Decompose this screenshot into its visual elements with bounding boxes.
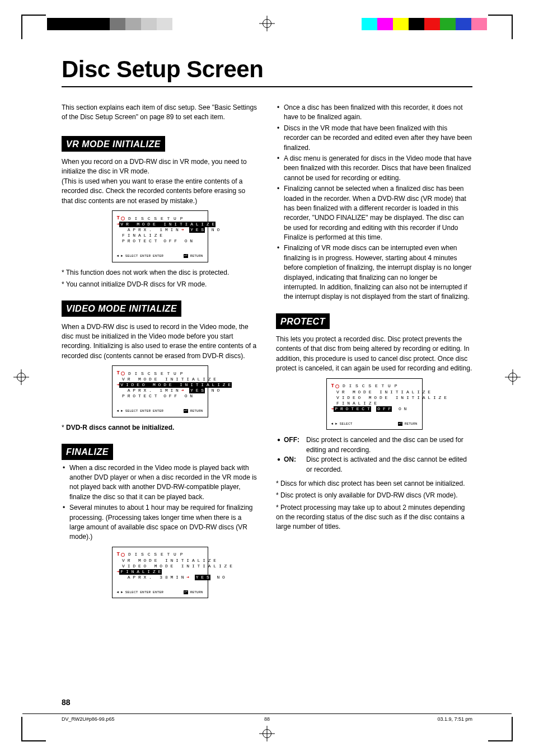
definition-item: ON:Disc protect is activated and the dis…: [276, 455, 472, 475]
protect-note-2: * Disc protect is only available for DVD…: [276, 491, 472, 500]
vr-note-2: * You cannot initialize DVD-R discs for …: [62, 280, 258, 289]
list-item: Once a disc has been finalized with this…: [276, 103, 472, 123]
manual-page: Disc Setup Screen This section explains …: [0, 0, 534, 756]
vr-body: When you record on a DVD-RW disc in VR m…: [62, 157, 258, 206]
color-bars-right: [362, 18, 487, 30]
list-item: A disc menu is generated for discs in th…: [276, 154, 472, 183]
video-body: When a DVD-RW disc is used to record in …: [62, 322, 258, 361]
section-heading-finalize: FINALIZE: [62, 444, 113, 459]
osd-video: T D I S C S E T U P V R M O D E I N I T …: [112, 365, 208, 417]
footer-page: 88: [264, 716, 270, 722]
imprint-footer: DV_RW2U#p86-99.p65 88 03.1.9, 7:51 pm: [22, 713, 512, 728]
list-item: Finalizing of VR mode discs can be inter…: [276, 243, 472, 302]
list-item: When a disc recorded in the Video mode i…: [62, 463, 258, 503]
registration-cross-top: [259, 16, 275, 31]
intro-text: This section explains each item of disc …: [62, 103, 258, 123]
protect-note-1: * Discs for which disc protect has been …: [276, 479, 472, 489]
definition-item: OFF:Disc protect is canceled and the dis…: [276, 435, 472, 455]
list-item: Several minutes to about 1 hour may be r…: [62, 503, 258, 542]
finalize-bullets-before: When a disc recorded in the Video mode i…: [62, 463, 258, 542]
osd-protect: T D I S C S E T U P V R M O D E I N I T …: [326, 378, 423, 430]
registration-marks-top: [0, 18, 534, 38]
page-number: 88: [62, 698, 71, 707]
footer-file: DV_RW2U#p86-99.p65: [62, 716, 114, 722]
protect-note-3: * Protect processing may take up to abou…: [276, 503, 472, 532]
osd-vr: T D I S C S E T U P➜V R M O D E I N I T …: [112, 210, 208, 262]
page-content: Disc Setup Screen This section explains …: [62, 56, 472, 706]
registration-cross-bottom: [259, 726, 275, 741]
osd-finalize: T D I S C S E T U P V R M O D E I N I T …: [112, 547, 208, 599]
list-item: Discs in the VR mode that have been fina…: [276, 124, 472, 153]
registration-cross-left: [13, 369, 29, 385]
registration-cross-right: [505, 369, 521, 385]
color-bars-left: [47, 18, 172, 30]
footer-timestamp: 03.1.9, 7:51 pm: [437, 716, 472, 722]
finalize-bullets-after: Once a disc has been finalized with this…: [276, 103, 472, 302]
page-title: Disc Setup Screen: [62, 56, 472, 87]
list-item: Finalizing cannot be selected when a fin…: [276, 184, 472, 242]
video-note-strong: * DVD-R discs cannot be initialized.: [62, 423, 258, 433]
vr-note-1: * This function does not work when the d…: [62, 268, 258, 278]
section-heading-protect: PROTECT: [276, 313, 330, 329]
protect-defs: OFF:Disc protect is canceled and the dis…: [276, 435, 472, 475]
section-heading-video: VIDEO MODE INITIALIZE: [62, 300, 181, 316]
protect-body: This lets you protect a recorded disc. D…: [276, 335, 472, 374]
section-heading-vr: VR MODE INITIALIZE: [62, 136, 165, 152]
